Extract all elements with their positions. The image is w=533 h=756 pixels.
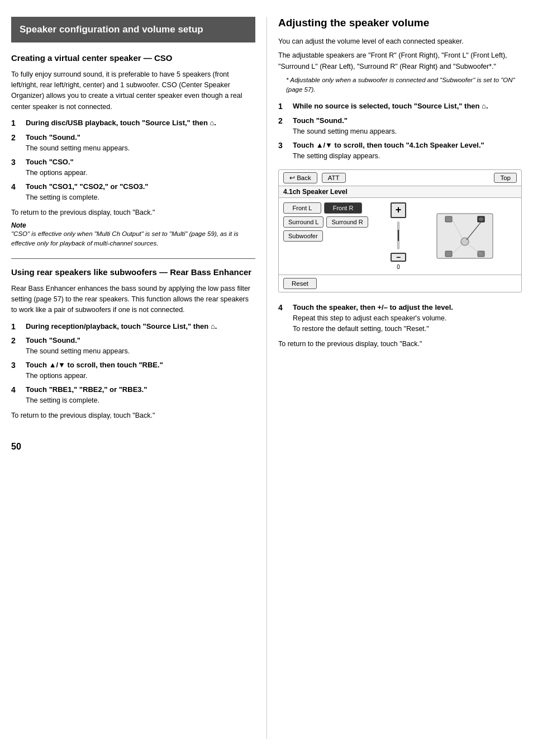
adjust-step-title-2: Touch "Sound." [293,116,522,126]
step-content-2: Touch "Sound." The sound setting menu ap… [26,133,255,154]
adjust-step-2: 2 Touch "Sound." The sound setting menu … [278,116,522,137]
cso-step-2: 2 Touch "Sound." The sound setting menu … [11,133,255,154]
step-body-4: The setting is complete. [26,192,255,203]
adjust-step-num-4: 4 [278,303,291,314]
adjust-step-4-list: 4 Touch the speaker, then +/– to adjust … [278,303,522,334]
adjust-footnote: * Adjustable only when a subwoofer is co… [286,75,522,95]
step-title-3: Touch "CSO." [26,157,255,167]
speaker-graphic-area [413,202,517,270]
adjust-step-content-3: Touch ▲/▼ to scroll, then touch "4.1ch S… [293,140,522,162]
adjust-intro-2: The adjustable speakers are "Front R" (F… [278,50,522,72]
svg-point-10 [478,217,484,221]
step-content-3: Touch "CSO." The options appear. [26,157,255,178]
front-r-button[interactable]: Front R [324,202,362,214]
speaker-level-panel: ↩ Back ATT Top 4.1ch Speaker Level Front… [278,169,522,292]
rbe-step-1: 1 During reception/playback, touch "Sour… [11,322,255,333]
rbe-step-num-1: 1 [11,322,23,333]
step-num-4: 4 [11,182,23,193]
adjust-step-num-3: 3 [278,140,291,152]
cso-intro: To fully enjoy surround sound, it is pre… [11,69,255,113]
surround-row: Surround L Surround R [283,216,384,228]
panel-title-bar: 4.1ch Speaker Level [279,186,521,198]
adjust-step-num-1: 1 [278,101,291,112]
rbe-step-num-2: 2 [11,336,23,347]
panel-title-text: 4.1ch Speaker Level [283,188,348,196]
adjust-step-body-2: The sound setting menu appears. [293,126,522,137]
subwoofer-button[interactable]: Subwoofer [283,230,323,242]
step-num-2: 2 [11,133,23,144]
step-content-1: During disc/USB playback, touch "Source … [26,118,255,128]
speaker-graphic-svg [434,211,496,261]
rbe-step-content-1: During reception/playback, touch "Source… [26,322,255,332]
panel-body: Front L Front R Surround L Surround R Su… [279,198,521,275]
top-button[interactable]: Top [494,173,517,183]
front-l-button[interactable]: Front L [283,202,321,214]
plus-button[interactable]: + [391,202,406,218]
rbe-step-content-2: Touch "Sound." The sound setting menu ap… [26,336,255,357]
front-row: Front L Front R [283,202,384,214]
att-button[interactable]: ATT [322,173,346,183]
rbe-step-3: 3 Touch ▲/▼ to scroll, then touch "RBE."… [11,360,255,381]
cso-step-3: 3 Touch "CSO." The options appear. [11,157,255,178]
zero-label: 0 [397,264,400,270]
cso-title: Creating a virtual center speaker — CSO [11,53,255,64]
rbe-steps: 1 During reception/playback, touch "Sour… [11,322,255,406]
rbe-back-text: To return to the previous display, touch… [11,412,255,419]
step-num-1: 1 [11,118,23,129]
panel-footer: Reset [279,275,521,292]
adjust-step-body-4: Repeat this step to adjust each speaker'… [293,313,522,334]
volume-slider[interactable] [397,221,399,249]
adjust-step-title-4: Touch the speaker, then +/– to adjust th… [293,303,522,313]
section-title-text: Speaker configuration and volume setup [20,24,203,35]
section-divider-1 [11,258,255,259]
section-title-box: Speaker configuration and volume setup [11,17,255,42]
rbe-step-body-4: The setting is complete. [26,395,255,406]
note-text: "CSO" is effective only when "Multi Ch O… [11,230,239,247]
cso-step-4: 4 Touch "CSO1," "CSO2," or "CSO3." The s… [11,182,255,203]
adjust-step-content-1: While no source is selected, touch "Sour… [293,101,522,111]
rbe-step-num-4: 4 [11,385,23,396]
adjust-volume-title: Adjusting the speaker volume [278,17,522,30]
rbe-title: Using rear speakers like subwoofers — Re… [11,267,255,278]
rbe-step-title-3: Touch ▲/▼ to scroll, then touch "RBE." [26,360,255,370]
adjust-step-body-3: The setting display appears. [293,151,522,162]
step-num-3: 3 [11,157,23,168]
surround-r-button[interactable]: Surround R [326,216,368,228]
rbe-step-body-3: The options appear. [26,371,255,381]
step-title-1: During disc/USB playback, touch "Source … [26,118,255,128]
svg-rect-4 [445,251,452,257]
adjust-intro-1: You can adjust the volume level of each … [278,36,522,47]
section-rbe: Using rear speakers like subwoofers — Re… [11,267,255,419]
reset-button[interactable]: Reset [283,278,317,289]
step-title-4: Touch "CSO1," "CSO2," or "CSO3." [26,182,255,192]
adjust-back-text: To return to the previous display, touch… [278,340,522,348]
rbe-step-content-4: Touch "RBE1," "RBE2," or "RBE3." The set… [26,385,255,406]
volume-controls: + − 0 [388,202,408,270]
cso-back-text: To return to the previous display, touch… [11,209,255,216]
back-button[interactable]: ↩ Back [283,172,317,183]
cso-step-1: 1 During disc/USB playback, touch "Sourc… [11,118,255,129]
back-arrow-icon: ↩ [289,174,295,181]
adjust-step-content-4: Touch the speaker, then +/– to adjust th… [293,303,522,334]
adjust-step-1: 1 While no source is selected, touch "So… [278,101,522,112]
adjust-step-title-3: Touch ▲/▼ to scroll, then touch "4.1ch S… [293,140,522,150]
adjust-step-num-2: 2 [278,116,291,127]
minus-button[interactable]: − [391,253,406,262]
left-column: Speaker configuration and volume setup C… [11,17,266,739]
note-label: Note [11,221,26,229]
rbe-intro: Rear Bass Enhancer enhances the bass sou… [11,284,255,316]
step-content-4: Touch "CSO1," "CSO2," or "CSO3." The set… [26,182,255,203]
adjust-step-title-1: While no source is selected, touch "Sour… [293,101,522,111]
rbe-step-title-4: Touch "RBE1," "RBE2," or "RBE3." [26,385,255,395]
speaker-buttons: Front L Front R Surround L Surround R Su… [283,202,384,270]
step-title-2: Touch "Sound." [26,133,255,143]
rbe-step-content-3: Touch ▲/▼ to scroll, then touch "RBE." T… [26,360,255,381]
step-body-2: The sound setting menu appears. [26,143,255,154]
rbe-step-body-2: The sound setting menu appears. [26,346,255,357]
panel-top-bar: ↩ Back ATT Top [279,170,521,186]
section-cso: Creating a virtual center speaker — CSO … [11,53,255,248]
surround-l-button[interactable]: Surround L [283,216,323,228]
adjust-steps: 1 While no source is selected, touch "So… [278,101,522,161]
cso-note: Note "CSO" is effective only when "Multi… [11,221,255,249]
step-body-3: The options appear. [26,168,255,178]
